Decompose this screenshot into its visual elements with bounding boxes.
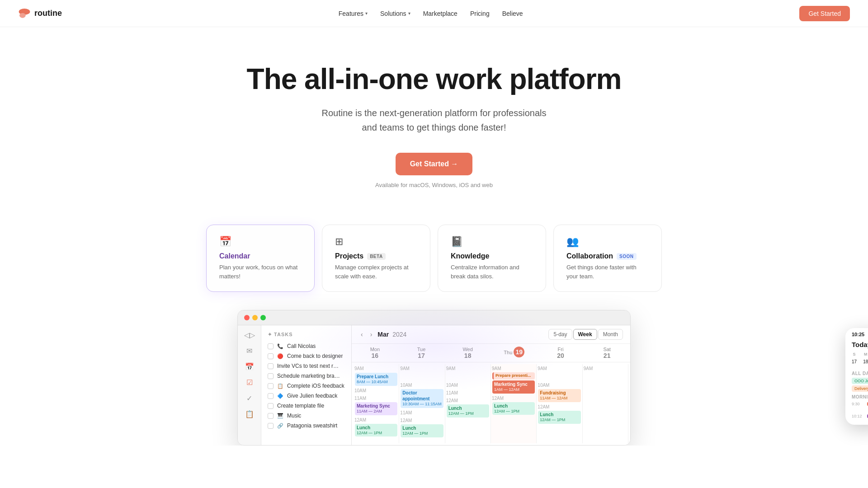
prepare-lunch-event[interactable]: Prepare Lunch 8AM — 10:45AM — [355, 373, 397, 386]
hero-get-started-button[interactable]: Get Started → — [396, 153, 473, 175]
feature-card-projects[interactable]: ⊞ Projects BETA Manage complex projects … — [322, 225, 430, 292]
mobile-allday-label: ALL DAY — [845, 369, 868, 377]
calendar-next-button[interactable]: › — [368, 330, 374, 339]
task-checkbox[interactable] — [268, 373, 274, 379]
calendar-body: 9AM Prepare Lunch 8AM — 10:45AM 10AM 11A… — [352, 362, 630, 445]
tasks-panel: ✦ TASKS 📞 Call Nicolas 🔴 Come back to de… — [261, 325, 352, 445]
cal-day-tue: Tue 17 — [398, 344, 445, 362]
mobile-calendar-grid: S M T W T F S 17 18 19 20 21 22 23 — [845, 351, 868, 366]
calendar-days-header: Mon 16 Tue 17 Wed 18 Thu 19 — [352, 344, 630, 362]
cal-day-wed: Wed 18 — [444, 344, 491, 362]
mobile-header: Today 🔍 — [845, 339, 868, 351]
nav-pricing[interactable]: Pricing — [470, 10, 490, 17]
nav-solutions[interactable]: Solutions ▾ — [380, 10, 410, 17]
task-checkbox[interactable] — [268, 393, 274, 399]
cal-col-sat: 9AM — [583, 364, 628, 443]
feature-desc-projects: Manage complex projects at scale with ea… — [335, 263, 417, 281]
task-item[interactable]: 📞 Call Nicolas — [261, 341, 351, 351]
task-item[interactable]: Create template file — [261, 401, 351, 411]
task-checkbox[interactable] — [268, 353, 274, 359]
hero-section: The all-in-one work platform Routine is … — [0, 27, 868, 206]
nav-links: Features ▾ Solutions ▾ Marketplace Prici… — [339, 10, 523, 17]
task-item[interactable]: 🎹 Music — [261, 411, 351, 421]
lunch-thu-event[interactable]: Lunch 12AM — 1PM — [492, 402, 535, 415]
task-item[interactable]: 🔴 Come back to designer — [261, 351, 351, 361]
mobile-event-row: 9:30 Prepare presentation 30m — [845, 400, 868, 413]
task-checkbox[interactable] — [268, 343, 274, 349]
calendar-year: 2024 — [392, 331, 406, 338]
task-item[interactable]: 🔷 Give Julien feedback — [261, 391, 351, 401]
traffic-light-minimize[interactable] — [252, 315, 258, 320]
nav-get-started-button[interactable]: Get Started — [799, 6, 850, 21]
app-sidebar: ◁▷ ✉ 📅 ☑ ✓ 📋 — [238, 325, 261, 445]
sidebar-check-icon[interactable]: ✓ — [246, 394, 252, 403]
cal-day-fri: Fri 20 — [538, 344, 584, 362]
calendar-main: ‹ › Mar 2024 5-day Week Month Mon — [352, 325, 630, 445]
lunch-mon-event[interactable]: Lunch 12AM — 1PM — [355, 424, 397, 437]
feature-desc-calendar: Plan your work, focus on what matters! — [219, 263, 302, 281]
fundraising-event[interactable]: Fundraising 11AM — 12AM — [538, 389, 580, 402]
sidebar-calendar-icon[interactable]: 📅 — [245, 362, 254, 371]
mcg-num-17[interactable]: 17 — [849, 358, 859, 366]
task-item[interactable]: Schedule marketing brainstor... — [261, 371, 351, 381]
lunch-wed-event[interactable]: Lunch 12AM — 1PM — [447, 404, 489, 418]
navbar: routine Features ▾ Solutions ▾ Marketpla… — [0, 0, 868, 27]
traffic-light-maximize[interactable] — [260, 315, 266, 320]
sidebar-tasks-icon[interactable]: ☑ — [246, 378, 253, 387]
task-link-icon: 🔗 — [277, 423, 283, 429]
task-checkbox[interactable] — [268, 413, 274, 419]
cal-col-thu: 9AM Prepare presenti... Marketing Sync 1… — [491, 364, 537, 443]
marketing-sync-thu-event[interactable]: Marketing Sync 1AM — 12AM — [492, 380, 535, 394]
task-checkbox[interactable] — [268, 423, 274, 429]
cal-day-mon: Mon 16 — [352, 344, 398, 362]
mobile-event-time: 9:30 — [852, 402, 864, 406]
task-item[interactable]: 🔗 Patagonia sweatshirt — [261, 421, 351, 431]
task-checkbox[interactable] — [268, 403, 274, 409]
window-titlebar — [238, 310, 630, 325]
calendar-month-nav: ‹ › Mar 2024 — [359, 330, 406, 339]
marketing-sync-mon-event[interactable]: Marketing Sync 11AM — 2AM — [355, 402, 397, 415]
logo[interactable]: routine — [18, 9, 62, 19]
mobile-tag-ooo: OOO Julien — [852, 378, 868, 384]
traffic-light-close[interactable] — [244, 315, 250, 320]
task-text: Invite VCs to test next release — [277, 363, 340, 369]
mcg-num-18[interactable]: 18 — [860, 358, 868, 366]
cal-day-sat: Sat 21 — [584, 344, 630, 362]
doctor-appt-event[interactable]: Doctor appointment 10:30AM — 11:15AM — [401, 389, 443, 408]
app-window: ◁▷ ✉ 📅 ☑ ✓ 📋 ✦ TASKS 📞 Call Nicolas 🔴 — [237, 310, 631, 446]
task-text: Give Julien feedback — [287, 393, 337, 399]
calendar-prev-button[interactable]: ‹ — [359, 330, 365, 339]
calendar-5day-button[interactable]: 5-day — [548, 329, 572, 340]
sidebar-notes-icon[interactable]: 📋 — [245, 410, 254, 418]
calendar-week-button[interactable]: Week — [573, 329, 597, 340]
task-text: Music — [287, 413, 301, 419]
nav-believe[interactable]: Believe — [502, 10, 523, 17]
task-text: Patagonia sweatshirt — [287, 422, 337, 429]
mobile-time: 10:25 — [852, 332, 864, 337]
sidebar-nav-icon[interactable]: ◁▷ — [244, 331, 255, 339]
task-item[interactable]: Invite VCs to test next release — [261, 361, 351, 371]
task-checkbox[interactable] — [268, 363, 274, 369]
nav-marketplace[interactable]: Marketplace — [423, 10, 458, 17]
hero-title: The all-in-one work platform — [18, 63, 850, 95]
mcg-day-m: M — [860, 351, 868, 357]
prepare-present-event[interactable]: Prepare presenti... — [492, 372, 535, 380]
mobile-overlay: 10:25 ▲ WiFi ▮▮▮ Today 🔍 S M T W T F S 1… — [845, 328, 868, 425]
mobile-allday-events: OOO Julien Office – Paris Delivery – Ami… — [845, 377, 868, 393]
task-item[interactable]: 📋 Complete iOS feedback — [261, 381, 351, 391]
feature-card-collaboration[interactable]: 👥 Collaboration SOON Get things done fas… — [553, 225, 662, 292]
lunch-fri-event[interactable]: Lunch 12AM — 1PM — [538, 411, 580, 424]
sidebar-inbox-icon[interactable]: ✉ — [246, 347, 252, 355]
feature-card-calendar[interactable]: 📅 Calendar Plan your work, focus on what… — [206, 225, 315, 292]
cal-col-tue: 9AM 10AM Doctor appointment 10:30AM — 11… — [399, 364, 445, 443]
lunch-tue-event[interactable]: Lunch 12AM — 1PM — [401, 424, 443, 437]
cal-col-fri: 9AM 10AM Fundraising 11AM — 12AM 12AM Lu… — [537, 364, 582, 443]
feature-card-knowledge[interactable]: 📓 Knowledge Centralize information and b… — [438, 225, 546, 292]
calendar-month-button[interactable]: Month — [598, 329, 623, 340]
calendar-month: Mar — [377, 331, 389, 338]
task-music-icon: 🎹 — [277, 413, 283, 419]
task-google-icon: 🔴 — [277, 353, 283, 359]
features-section: 📅 Calendar Plan your work, focus on what… — [0, 206, 868, 301]
nav-features[interactable]: Features ▾ — [339, 10, 368, 17]
task-checkbox[interactable] — [268, 383, 274, 389]
